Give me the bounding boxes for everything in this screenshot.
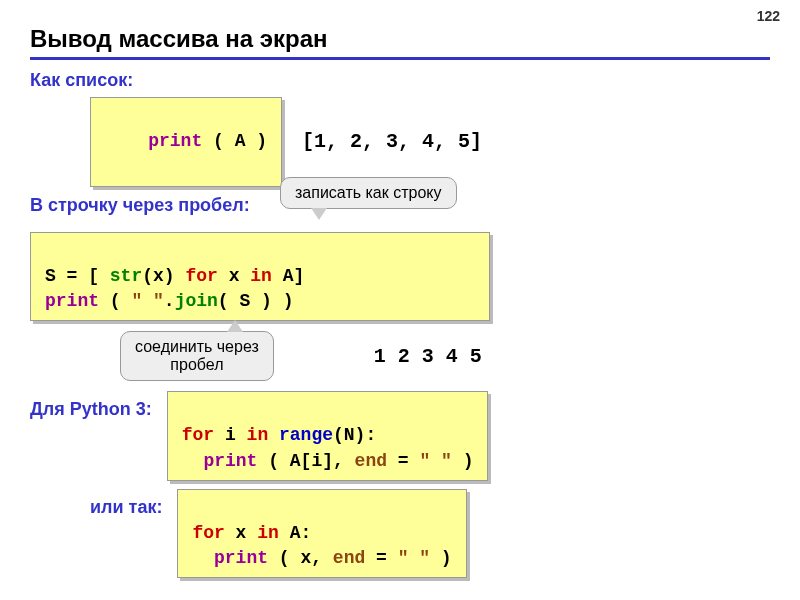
callout-tostring-wrap: записать как строку — [280, 177, 457, 209]
c3-q: " " — [419, 451, 451, 471]
c4-indent — [192, 548, 214, 568]
c2-for: for — [185, 266, 217, 286]
c3-in: in — [247, 425, 269, 445]
c3-args: (N): — [333, 425, 376, 445]
output-inline: 1 2 3 4 5 — [374, 345, 482, 368]
c2-in: in — [250, 266, 272, 286]
block2: записать как строку S = [ str(x) for x i… — [30, 222, 770, 382]
code-args: ( A ) — [202, 131, 267, 151]
c2-prefix: S = [ — [45, 266, 110, 286]
callout-join-row: соединить через пробел 1 2 3 4 5 — [120, 331, 770, 381]
block3: Для Python 3: for i in range(N): print (… — [30, 391, 770, 481]
c2-args: ( S ) ) — [218, 291, 294, 311]
label-python3: Для Python 3: — [30, 391, 152, 420]
page-number: 122 — [757, 8, 780, 24]
subtitle-aslist: Как список: — [30, 70, 770, 91]
c4-x: x — [225, 523, 257, 543]
c2-suffix: A] — [272, 266, 304, 286]
output-list: [1, 2, 3, 4, 5] — [302, 130, 482, 153]
c3-eq: = — [387, 451, 419, 471]
c2-mid: (x) — [142, 266, 185, 286]
callout-join: соединить через пробел — [120, 331, 274, 381]
c3-i: i — [214, 425, 246, 445]
c4-print: print — [214, 548, 268, 568]
c2-print: print — [45, 291, 99, 311]
c4-args1: ( x, — [268, 548, 333, 568]
c2-dot: . — [164, 291, 175, 311]
c3-end: end — [355, 451, 387, 471]
label-or: или так: — [90, 489, 162, 518]
c4-end: end — [333, 548, 365, 568]
c2-join: join — [175, 291, 218, 311]
c3-args1: ( A[i], — [257, 451, 354, 471]
c4-eq: = — [365, 548, 397, 568]
code-for-range: for i in range(N): print ( A[i], end = "… — [167, 391, 489, 481]
code-join: S = [ str(x) for x in A] print ( " ".joi… — [30, 232, 490, 322]
c4-q: " " — [398, 548, 430, 568]
code-for-x: for x in A: print ( x, end = " " ) — [177, 489, 466, 579]
c2-x: x — [218, 266, 250, 286]
code-print-a: print ( A ) — [90, 97, 282, 187]
c3-range: range — [279, 425, 333, 445]
block4: или так: for x in A: print ( x, end = " … — [90, 489, 770, 579]
c3-for: for — [182, 425, 214, 445]
callout-tostring: записать как строку — [280, 177, 457, 209]
c4-close: ) — [430, 548, 452, 568]
c4-suffix: A: — [279, 523, 311, 543]
c4-in: in — [257, 523, 279, 543]
c3-close: ) — [452, 451, 474, 471]
c3-print: print — [203, 451, 257, 471]
c2-q1: " " — [131, 291, 163, 311]
c2-str: str — [110, 266, 142, 286]
kw-print: print — [148, 131, 202, 151]
c3-sp — [268, 425, 279, 445]
slide-title: Вывод массива на экран — [30, 25, 770, 60]
c3-indent — [182, 451, 204, 471]
c4-for: for — [192, 523, 224, 543]
row-example1: print ( A ) [1, 2, 3, 4, 5] — [30, 97, 770, 187]
c2-open: ( — [99, 291, 131, 311]
